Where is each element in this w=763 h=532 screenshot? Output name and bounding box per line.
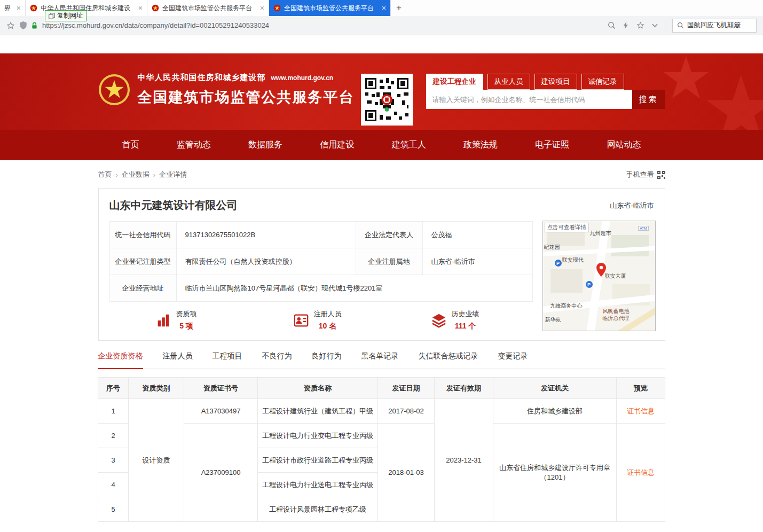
cell-no: 3 — [98, 448, 129, 473]
col-header-name: 资质名称 — [258, 378, 378, 399]
cell-issue-date: 2017-08-02 — [378, 399, 435, 424]
search-tab-personnel[interactable]: 从业人员 — [487, 74, 530, 90]
map-hint-label: 点击可查看详情 — [545, 223, 589, 232]
cell-category: 设计资质 — [129, 399, 184, 522]
header-search-area: 建设工程企业 从业人员 建设项目 诚信记录 搜索 — [426, 74, 665, 109]
cell-authority: 山东省住房和城乡建设厅许可专用章（1201） — [493, 424, 617, 522]
mobile-view-label: 手机查看 — [626, 170, 654, 179]
address-bar: https://jzsc.mohurd.gov.cn/data/company/… — [0, 16, 763, 35]
keyword-search-input[interactable] — [426, 90, 632, 109]
mobile-view-link[interactable]: 手机查看 — [626, 170, 665, 179]
hot-search-box[interactable]: 国航回应飞机颠簸 — [672, 19, 757, 33]
search-tab-project[interactable]: 建设项目 — [534, 74, 577, 90]
copy-icon — [49, 13, 55, 19]
nav-item-workers[interactable]: 建筑工人 — [392, 139, 426, 151]
layers-icon — [431, 312, 447, 328]
reg-type-label: 企业登记注册类型 — [109, 248, 176, 275]
address-label: 企业经营地址 — [109, 275, 176, 302]
tab-good-behavior[interactable]: 良好行为 — [312, 351, 342, 369]
reg-type-value: 有限责任公司（自然人投资或控股） — [176, 248, 356, 275]
tab-change-records[interactable]: 变更记录 — [498, 351, 528, 369]
hot-search-text: 国航回应飞机颠簸 — [687, 21, 741, 30]
browser-tab[interactable]: 全国建筑市场监管公共服务平台 — [147, 0, 269, 16]
tab-blacklist[interactable]: 黑名单记录 — [361, 351, 399, 369]
tab-close-icon[interactable] — [17, 4, 21, 12]
bookmark-star-icon[interactable] — [6, 21, 15, 30]
cert-info-link[interactable]: 证书信息 — [627, 468, 655, 476]
legal-rep-value: 公茂福 — [422, 222, 532, 248]
browser-tab[interactable]: 中华人民共和国住房和城乡建设 — [26, 0, 147, 16]
tab-close-icon[interactable] — [260, 4, 264, 12]
search-button[interactable]: 搜索 — [632, 90, 665, 109]
col-header-category: 资质类别 — [129, 378, 184, 399]
search-tab-credit[interactable]: 诚信记录 — [581, 74, 624, 90]
nav-item-site-news[interactable]: 网站动态 — [607, 139, 641, 151]
tab-bad-behavior[interactable]: 不良行为 — [262, 351, 292, 369]
tab-registered-personnel[interactable]: 注册人员 — [163, 351, 193, 369]
ministry-url: www.mohurd.gov.cn — [271, 74, 334, 82]
chevron-down-icon[interactable] — [652, 24, 658, 28]
nav-item-policy[interactable]: 政策法规 — [463, 139, 498, 151]
nav-item-credit[interactable]: 信用建设 — [320, 139, 354, 151]
tab-close-icon[interactable] — [382, 4, 386, 12]
map-block — [611, 235, 649, 256]
copy-tooltip-label: 复制网址 — [57, 11, 83, 20]
browser-tab-active[interactable]: 全国建筑市场监管公共服务平台 — [269, 0, 391, 16]
cell-no: 4 — [98, 473, 129, 497]
stat-value[interactable]: 5 项 — [179, 322, 193, 331]
search-icon — [677, 22, 684, 29]
breadcrumb-company-data[interactable]: 企业数据 — [122, 170, 150, 179]
breadcrumb-home[interactable]: 首页 — [98, 170, 112, 179]
site-favicon-icon — [30, 4, 37, 12]
stat-qualifications: 资质项 5 项 — [155, 309, 293, 331]
reg-region-value: 山东省-临沂市 — [422, 248, 532, 275]
reg-region-label: 企业注册属地 — [356, 248, 422, 275]
search-category-tabs: 建设工程企业 从业人员 建设项目 诚信记录 — [426, 74, 665, 90]
tab-qualifications[interactable]: 企业资质资格 — [98, 351, 143, 369]
cell-qual-name: 工程设计市政行业道路工程专业丙级 — [258, 448, 378, 473]
cell-issue-date: 2018-01-03 — [378, 424, 435, 522]
company-name: 山东中元建筑设计有限公司 — [109, 198, 238, 213]
secure-lock-icon — [32, 22, 37, 29]
cert-info-link[interactable]: 证书信息 — [627, 407, 655, 415]
url-text[interactable]: https://jzsc.mohurd.gov.cn/data/company/… — [42, 21, 269, 29]
cell-no: 1 — [98, 399, 129, 424]
shield-icon[interactable] — [20, 21, 27, 29]
tab-title: 全国建筑市场监管公共服务平台 — [162, 4, 257, 13]
map-label: 九州超市 — [590, 230, 611, 237]
credit-code-value: 91371302675501022B — [176, 222, 356, 248]
copy-url-tooltip[interactable]: 复制网址 — [45, 10, 86, 21]
legal-rep-label: 企业法定代表人 — [356, 222, 422, 248]
flash-icon[interactable] — [623, 21, 629, 29]
parking-icon — [555, 260, 562, 267]
table-row: 1 设计资质 A137030497 工程设计建筑行业（建筑工程）甲级 2017-… — [98, 399, 665, 424]
stat-label: 注册人员 — [314, 309, 342, 319]
nav-item-supervision[interactable]: 监管动态 — [177, 139, 211, 151]
company-location-map[interactable]: 点击可查看详情 ATM 九州超市 纪花园 联安现代 联安大厦 九峰商务中心 新华… — [542, 221, 656, 331]
search-tab-enterprise[interactable]: 建设工程企业 — [426, 74, 483, 90]
tab-dishonesty-records[interactable]: 失信联合惩戒记录 — [419, 351, 478, 369]
zoom-icon[interactable] — [608, 21, 616, 29]
page-top-gap — [0, 35, 763, 53]
cell-no: 5 — [98, 497, 129, 522]
site-favicon-icon — [152, 4, 159, 12]
col-header-cert-no: 资质证书号 — [184, 378, 258, 399]
tab-title: 全国建筑市场监管公共服务平台 — [284, 4, 379, 13]
nav-item-home[interactable]: 首页 — [122, 139, 139, 151]
tab-projects[interactable]: 工程项目 — [213, 351, 242, 369]
tab-close-icon[interactable] — [138, 4, 143, 12]
map-label: 联安大厦 — [605, 272, 626, 280]
browser-tab-partial[interactable]: 界 — [0, 0, 26, 16]
nav-item-data-service[interactable]: 数据服务 — [248, 139, 282, 151]
ministry-name: 中华人民共和国住房和城乡建设部 — [138, 73, 266, 83]
stat-value[interactable]: 10 名 — [319, 322, 336, 331]
new-tab-button[interactable] — [391, 0, 407, 16]
breadcrumb-separator-icon — [116, 171, 118, 179]
cell-cert-no: A137030497 — [184, 399, 258, 424]
favorite-star-icon[interactable] — [636, 21, 644, 29]
stat-value[interactable]: 111 个 — [455, 322, 476, 331]
breadcrumb: 首页 企业数据 企业详情 — [98, 170, 187, 179]
nav-item-e-license[interactable]: 电子证照 — [535, 139, 569, 151]
address-value: 临沂市兰山区陶然路107号星河晶都（联安）现代城1号楼2201室 — [176, 275, 532, 302]
stat-label: 资质项 — [176, 309, 197, 319]
